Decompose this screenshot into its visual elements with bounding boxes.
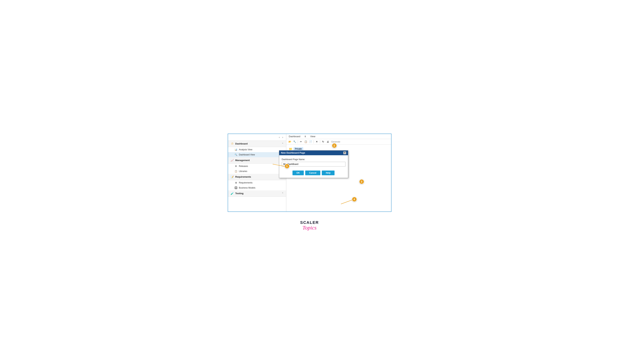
analysis-view-icon: 📊 bbox=[235, 148, 238, 151]
libraries-label: Libraries bbox=[239, 170, 247, 172]
sidebar-item-requirements[interactable]: ⊞ Requirements bbox=[228, 180, 286, 185]
toolbar-generate-label: Generate bbox=[331, 140, 340, 143]
menu-view[interactable]: View bbox=[310, 135, 316, 138]
section-header-dashboard[interactable]: ⏱ Dashboard ⌃ bbox=[228, 141, 286, 147]
menu-bar: Dashboard it View bbox=[286, 134, 391, 139]
management-icon: 📈 bbox=[231, 159, 234, 162]
callout-2: 2 bbox=[332, 143, 337, 148]
callout-1: 1 bbox=[284, 164, 290, 169]
requirements-label: Requirements bbox=[239, 182, 253, 184]
dialog-close-button[interactable]: ✕ bbox=[343, 152, 346, 154]
requirements-icon: 📝 bbox=[231, 175, 234, 179]
releases-label: Releases bbox=[239, 165, 248, 168]
nav-forward-button[interactable]: › bbox=[281, 135, 284, 139]
business-models-label: Business Models bbox=[239, 187, 255, 189]
req-item-icon: ⊞ bbox=[235, 181, 238, 184]
testing-section-title: Testing bbox=[235, 192, 243, 195]
sidebar-item-libraries[interactable]: 📋 Libraries bbox=[228, 169, 286, 174]
dialog-help-button[interactable]: Help bbox=[322, 170, 335, 175]
releases-icon: ⚙ bbox=[235, 165, 238, 168]
business-models-icon: 🔲 bbox=[235, 186, 238, 189]
toolbar-paste-btn[interactable]: 📄 bbox=[308, 140, 313, 144]
toolbar-refresh-btn[interactable]: ↻ bbox=[321, 140, 325, 144]
toolbar-cut-btn[interactable]: ✂ bbox=[299, 140, 303, 144]
toolbar-open-btn[interactable]: 📂 bbox=[288, 140, 292, 144]
toolbar-sep-1 bbox=[298, 140, 298, 143]
dialog-ok-button[interactable]: OK bbox=[293, 170, 304, 175]
callout-3: 3 bbox=[359, 179, 364, 184]
toolbar-delete-btn[interactable]: ✕ bbox=[315, 140, 319, 144]
menu-it[interactable]: it bbox=[304, 135, 307, 138]
dashboard-view-icon: 🔍 bbox=[235, 153, 238, 156]
menu-dashboard[interactable]: Dashboard bbox=[288, 135, 301, 138]
testing-collapse-icon[interactable]: ⌃ bbox=[282, 192, 283, 195]
testing-icon: 🧪 bbox=[231, 192, 234, 195]
section-header-requirements[interactable]: 📝 Requirements ⌃ bbox=[228, 174, 286, 180]
sidebar: ‹ › ⏱ Dashboard ⌃ 📊 Analysis View 🔍 Dash… bbox=[228, 134, 286, 211]
nav-back-button[interactable]: ‹ bbox=[278, 135, 281, 139]
callout-4: 4 bbox=[352, 197, 357, 202]
toolbar: 📂 🔧 ✂ 📋 📄 ✕ ↻ 🖨 Generate bbox=[286, 139, 391, 145]
analysis-view-label: Analysis View bbox=[239, 148, 253, 151]
dialog-buttons: OK Cancel Help bbox=[279, 169, 348, 178]
folder-private-label: Private bbox=[294, 147, 303, 151]
dialog-field-label: Dashboard Page Name: bbox=[282, 158, 345, 161]
toolbar-save-btn[interactable]: 🔧 bbox=[293, 140, 297, 144]
requirements-section-title: Requirements bbox=[235, 175, 251, 178]
sidebar-nav-top: ‹ › bbox=[228, 134, 286, 141]
dialog-title: New Dashboard Page bbox=[281, 152, 305, 154]
management-section-title: Management bbox=[235, 159, 250, 162]
toolbar-print-btn[interactable]: 🖨 bbox=[326, 140, 330, 144]
section-header-testing[interactable]: 🧪 Testing ⌃ bbox=[228, 190, 286, 197]
dashboard-section-title: Dashboard bbox=[235, 142, 248, 145]
sidebar-item-releases[interactable]: ⚙ Releases bbox=[228, 164, 286, 169]
libraries-icon: 📋 bbox=[235, 170, 238, 173]
dialog-cancel-button[interactable]: Cancel bbox=[305, 170, 320, 175]
logo-scaler-text: SCALER bbox=[300, 221, 319, 224]
toolbar-copy-btn[interactable]: 📋 bbox=[304, 140, 308, 144]
dashboard-collapse-icon[interactable]: ⌃ bbox=[282, 142, 283, 145]
dashboard-view-label: Dashboard View bbox=[239, 154, 255, 156]
new-dashboard-page-dialog[interactable]: New Dashboard Page ✕ Dashboard Page Name… bbox=[279, 150, 348, 178]
dialog-titlebar: New Dashboard Page ✕ bbox=[279, 151, 348, 155]
dashboard-icon: ⏱ bbox=[231, 142, 234, 145]
sidebar-item-analysis-view[interactable]: 📊 Analysis View bbox=[228, 147, 286, 152]
logo-topics-text: Topics bbox=[302, 224, 317, 231]
logo-section: SCALER Topics bbox=[228, 221, 392, 231]
sidebar-item-dashboard-view[interactable]: 🔍 Dashboard View bbox=[228, 152, 286, 157]
dashboard-page-name-input[interactable] bbox=[282, 162, 345, 167]
section-header-management[interactable]: 📈 Management ⌃ bbox=[228, 157, 286, 164]
app-window: ‹ › ⏱ Dashboard ⌃ 📊 Analysis View 🔍 Dash… bbox=[228, 134, 392, 212]
sidebar-item-business-models[interactable]: 🔲 Business Models bbox=[228, 185, 286, 190]
